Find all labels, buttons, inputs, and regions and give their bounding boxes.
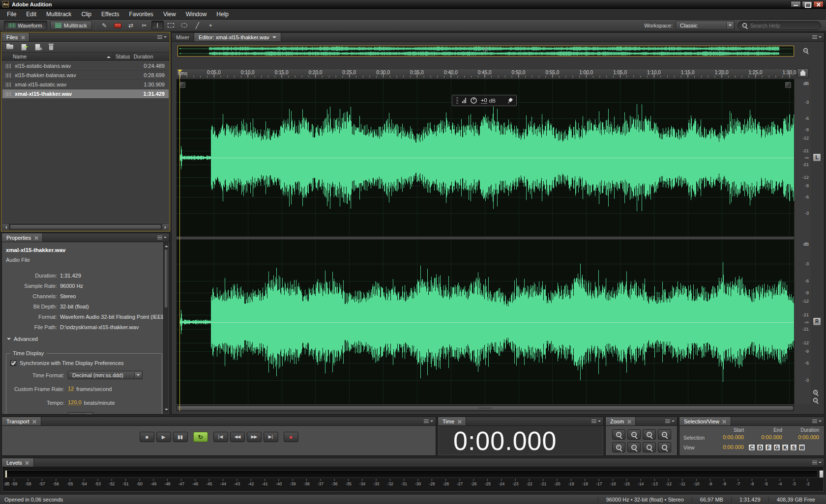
menu-effects[interactable]: Effects <box>96 9 124 19</box>
panel-menu-icon[interactable] <box>157 34 167 40</box>
zoom-in-vertical-icon[interactable]: + <box>813 390 818 394</box>
record-button[interactable]: ● <box>284 432 298 442</box>
search-help-box[interactable] <box>738 21 821 30</box>
tab-zoom[interactable]: Zoom <box>606 417 636 425</box>
frame-rate-value[interactable]: 12 <box>68 386 74 392</box>
zoom-out-amplitude-button[interactable]: − <box>627 442 641 452</box>
zoom-in-time-button[interactable]: + <box>643 429 656 440</box>
lasso-selection-tool[interactable] <box>178 21 190 30</box>
search-input[interactable] <box>750 23 809 28</box>
selection-start-value[interactable]: 0:00.000 <box>709 434 744 440</box>
waveform-display[interactable] <box>177 79 794 404</box>
file-row[interactable]: xmal-xl15-thakker.wav1:31.429 <box>2 89 169 99</box>
close-tab-icon[interactable] <box>457 420 461 423</box>
level-meter[interactable] <box>5 470 818 478</box>
stop-button[interactable]: ■ <box>140 432 154 442</box>
letter-button-g[interactable]: G <box>773 444 780 451</box>
channel-grip-icon[interactable] <box>785 82 791 88</box>
scroll-right-icon[interactable] <box>162 224 169 230</box>
properties-vertical-scrollbar[interactable] <box>163 242 169 414</box>
tab-levels[interactable]: Levels <box>2 458 34 467</box>
close-tab-icon[interactable] <box>34 236 38 240</box>
time-selection-tool[interactable]: I <box>151 21 164 30</box>
tab-selection-view[interactable]: Selection/View <box>679 417 731 425</box>
overview-grip-icon[interactable] <box>484 48 487 52</box>
close-tab-icon[interactable] <box>627 420 631 423</box>
play-button[interactable]: ▶ <box>156 432 171 442</box>
current-time-value[interactable]: 0:00.000 <box>453 425 557 455</box>
spectral-display-toggle[interactable] <box>112 21 124 30</box>
playhead-handle[interactable] <box>177 70 182 75</box>
pause-button[interactable]: ▮▮ <box>173 432 188 442</box>
panel-menu-icon[interactable] <box>812 460 822 465</box>
workspace-dropdown[interactable]: Classic <box>676 21 735 30</box>
panel-menu-icon[interactable] <box>424 419 433 424</box>
tab-time[interactable]: Time <box>438 417 466 425</box>
razor-tool[interactable]: ✂ <box>138 21 150 30</box>
panel-menu-icon[interactable] <box>665 419 675 424</box>
chevron-down-icon[interactable] <box>272 36 276 40</box>
letter-button-s[interactable]: S <box>790 444 797 451</box>
view-start-value[interactable]: 0:00.000 <box>709 444 744 450</box>
fast-forward-button[interactable]: ▶▶ <box>247 432 262 442</box>
maximize-button[interactable] <box>802 1 812 7</box>
tab-properties[interactable]: Properties <box>2 233 43 242</box>
letter-button-c[interactable]: C <box>748 444 755 451</box>
zoom-out-vertical-icon[interactable]: − <box>813 398 818 402</box>
marquee-selection-tool[interactable] <box>165 21 177 30</box>
selection-end-value[interactable]: 0:00.000 <box>748 434 782 440</box>
zoom-out-time-button[interactable]: − <box>658 429 671 440</box>
sync-checkbox[interactable] <box>10 360 16 366</box>
time-signature-dropdown[interactable]: 4/4 <box>68 412 93 415</box>
tab-mixer[interactable]: Mixer <box>172 33 194 41</box>
tab-editor[interactable]: Editor: xmal-xl15-thakker.wav <box>194 33 281 41</box>
zoom-to-selection-button[interactable] <box>643 442 656 452</box>
tab-files[interactable]: Files <box>2 33 30 41</box>
column-status[interactable]: Status <box>113 53 130 60</box>
menu-edit[interactable]: Edit <box>21 9 41 19</box>
pin-icon[interactable] <box>505 96 513 104</box>
zoom-out-button[interactable]: − <box>627 429 641 440</box>
import-file-icon[interactable] <box>20 44 28 50</box>
timeline-ruler[interactable]: hms 0:05,00:10,00:15,00:20,00:25,00:30,0… <box>177 69 794 78</box>
clip-indicator[interactable] <box>819 470 824 478</box>
files-horizontal-scrollbar[interactable] <box>2 224 169 230</box>
playhead[interactable] <box>179 69 180 411</box>
spot-healing-brush-tool[interactable]: + <box>205 21 217 30</box>
hud-gain-value[interactable]: +0 <box>481 97 487 104</box>
panel-menu-icon[interactable] <box>812 34 822 40</box>
gain-knob-icon[interactable] <box>471 97 477 104</box>
waveform-mode-button[interactable]: Waveform <box>4 21 47 30</box>
selection-duration-value[interactable]: 0:00.000 <box>785 434 819 440</box>
scroll-down-icon[interactable] <box>165 409 168 412</box>
editor-horizontal-scrollbar[interactable] <box>177 405 794 411</box>
close-tab-icon[interactable] <box>32 420 36 423</box>
scrollbar-thumb[interactable] <box>164 249 168 308</box>
panel-menu-icon[interactable] <box>591 419 601 424</box>
zoom-in-amplitude-button[interactable]: + <box>612 442 625 452</box>
loop-playback-button[interactable]: ↻ <box>193 432 208 442</box>
panel-menu-icon[interactable] <box>157 235 167 240</box>
zoom-in-button[interactable]: + <box>612 429 625 440</box>
time-format-dropdown[interactable]: Decimal (mm:ss.ddd) <box>68 371 143 379</box>
column-name[interactable]: Name <box>2 54 113 59</box>
open-file-icon[interactable] <box>6 44 14 50</box>
zoom-out-overview-icon[interactable]: − <box>803 48 808 53</box>
skip-to-start-button[interactable]: |◀ <box>213 432 228 442</box>
close-tab-icon[interactable] <box>722 420 726 423</box>
left-channel-badge[interactable]: L <box>813 153 821 162</box>
close-button[interactable] <box>813 1 824 7</box>
pencil-tool[interactable]: ✎ <box>98 21 111 30</box>
new-file-icon[interactable] <box>34 44 42 50</box>
menu-favorites[interactable]: Favorites <box>124 9 158 19</box>
letter-button-d[interactable]: D <box>757 444 764 451</box>
advanced-section-toggle[interactable]: Advanced <box>7 336 163 342</box>
zoom-full-button[interactable] <box>658 442 671 452</box>
menu-clip[interactable]: Clip <box>76 9 96 19</box>
tab-transport[interactable]: Transport <box>2 417 41 425</box>
file-row[interactable]: xl15-thakker-balanas.wav0:28.699 <box>2 71 169 80</box>
tempo-value[interactable]: 120,0 <box>68 399 82 406</box>
scroll-up-icon[interactable] <box>165 244 168 247</box>
letter-button-w[interactable]: W <box>798 444 805 451</box>
menu-file[interactable]: File <box>2 9 21 19</box>
